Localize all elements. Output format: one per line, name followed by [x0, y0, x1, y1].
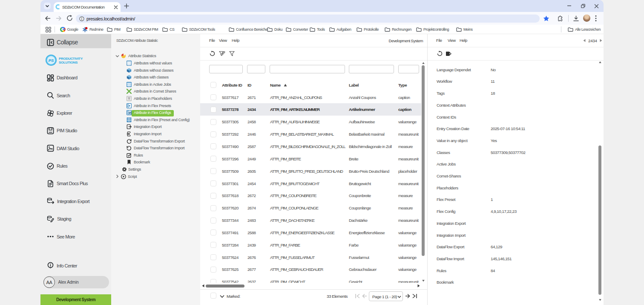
svg-text:PS: PS — [49, 58, 54, 63]
